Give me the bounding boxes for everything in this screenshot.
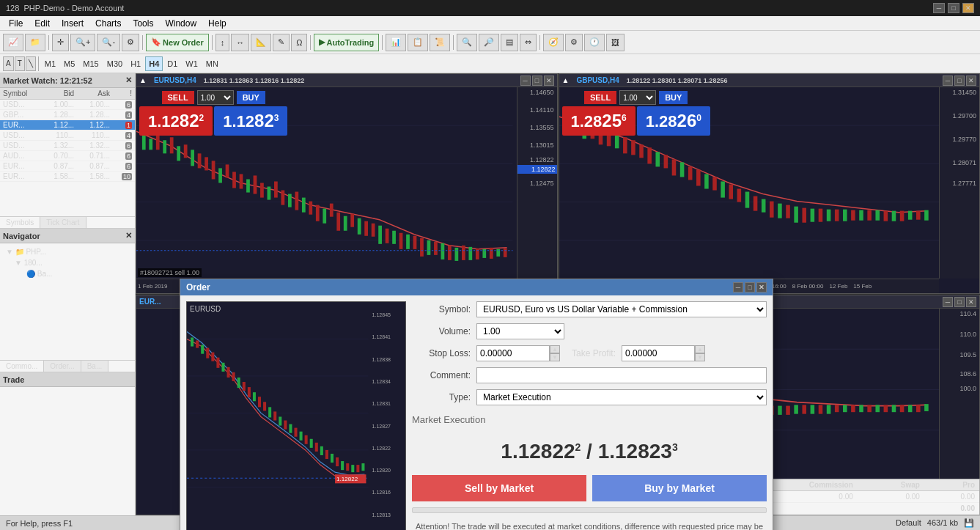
eurusd-restore[interactable]: □ <box>532 76 542 86</box>
period-h4[interactable]: H4 <box>145 56 163 71</box>
menu-edit[interactable]: Edit <box>29 16 56 30</box>
period-m5[interactable]: M5 <box>60 56 78 71</box>
period-h1[interactable]: H1 <box>127 56 144 71</box>
clock-button[interactable]: 🕐 <box>584 34 605 51</box>
new-chart-button[interactable]: 📈 <box>3 34 23 51</box>
tool-3[interactable]: 📐 <box>251 34 271 51</box>
market-watch-row[interactable]: AUD... 0.70... 0.71... 6 <box>0 151 135 161</box>
eurusd-sell-price[interactable]: 1.12822 <box>139 106 213 136</box>
gbpusd-restore[interactable]: □ <box>954 76 965 86</box>
tab-order[interactable]: Order... <box>44 361 81 372</box>
menu-window[interactable]: Window <box>159 16 202 30</box>
period-w1[interactable]: W1 <box>182 56 202 71</box>
navigator-close[interactable]: ✕ <box>125 231 132 240</box>
type-select[interactable]: Market Execution <box>476 389 767 405</box>
screenshot-button[interactable]: 🖼 <box>606 34 625 51</box>
script-button[interactable]: 📜 <box>430 34 450 51</box>
eurusd-sell-button[interactable]: SELL <box>162 91 194 104</box>
tool-2[interactable]: ↔ <box>231 34 249 51</box>
zoom-in-button[interactable]: 🔍+ <box>70 34 95 51</box>
open-button[interactable]: 📁 <box>25 34 45 51</box>
gbpusd-buy-button[interactable]: BUY <box>659 91 688 104</box>
gbpusd-minimize[interactable]: ─ <box>943 76 953 86</box>
nav-item-expert[interactable]: ▼ 180... <box>3 257 132 268</box>
market-watch-row[interactable]: EUR... 1.58... 1.58... 10 <box>0 172 135 182</box>
gbpusd-body[interactable]: SELL 1.00 BUY 1.28256 1.28260 <box>559 87 980 293</box>
symbol-select[interactable]: EURUSD, Euro vs US Dollar Variable + Com… <box>476 301 767 317</box>
tool-1[interactable]: ↕ <box>215 34 230 51</box>
tp-input[interactable]: 0.00000 <box>622 345 695 361</box>
nav-item-accounts[interactable]: ▼ 📁 PHP... <box>3 246 132 257</box>
gbpusd-close[interactable]: ✕ <box>966 76 976 86</box>
menu-insert[interactable]: Insert <box>56 16 89 30</box>
crosshair-button[interactable]: ✛ <box>52 34 69 51</box>
tab-symbols[interactable]: Symbols <box>0 217 40 228</box>
market-watch-row[interactable]: USD... 1.32... 1.32... 6 <box>0 141 135 151</box>
market-watch-close[interactable]: ✕ <box>125 76 132 85</box>
eurusd-volume-select[interactable]: 1.00 <box>197 90 234 105</box>
eurusd-buy-button[interactable]: BUY <box>237 91 265 104</box>
period-m15[interactable]: M15 <box>79 56 102 71</box>
menu-tools[interactable]: Tools <box>127 16 159 30</box>
nav-button[interactable]: 🧭 <box>543 34 564 51</box>
menu-help[interactable]: Help <box>202 16 232 30</box>
expert-button[interactable]: 📋 <box>408 34 428 51</box>
period-m1[interactable]: M1 <box>41 56 59 71</box>
period-mn[interactable]: MN <box>202 56 222 71</box>
sl-down[interactable]: ▼ <box>550 353 560 361</box>
indicator-button[interactable]: 📊 <box>386 34 406 51</box>
fit-button[interactable]: ▤ <box>501 34 518 51</box>
close-button[interactable]: ✕ <box>962 3 974 13</box>
tab-tick[interactable]: Tick Chart <box>40 217 86 228</box>
eurusd-close[interactable]: ✕ <box>544 76 554 86</box>
eurusd-buy-price[interactable]: 1.12823 <box>214 106 287 136</box>
market-watch-row[interactable]: USD... 110... 110... 4 <box>0 130 135 141</box>
comment-input[interactable] <box>476 367 767 383</box>
sl-up[interactable]: ▲ <box>550 345 560 353</box>
tp-down[interactable]: ▼ <box>695 353 705 361</box>
gbpusd-volume-select[interactable]: 1.00 <box>619 90 656 105</box>
usdjpy-restore[interactable]: □ <box>954 297 965 307</box>
zoom-out-2[interactable]: 🔎 <box>479 34 499 51</box>
eurusd-minimize[interactable]: ─ <box>520 76 531 86</box>
gbpusd-buy-price[interactable]: 1.28260 <box>637 106 710 136</box>
gbpusd-sell-button[interactable]: SELL <box>584 91 616 104</box>
autotrading-button[interactable]: ▶ AutoTrading <box>314 34 379 51</box>
market-watch-row[interactable]: EUR... 1.12... 1.12... 1 <box>0 120 135 130</box>
minimize-button[interactable]: ─ <box>933 3 945 13</box>
zoom-in-2[interactable]: 🔍 <box>457 34 477 51</box>
eurusd-body[interactable]: SELL 1.00 BUY 1.12822 1.12823 <box>136 87 557 293</box>
line-button[interactable]: ╲ <box>26 56 36 71</box>
dialog-maximize[interactable]: □ <box>745 282 755 292</box>
zoom-out-button[interactable]: 🔍- <box>97 34 120 51</box>
tab-ba[interactable]: Ba... <box>81 361 109 372</box>
scroll-button[interactable]: ⇔ <box>520 34 537 51</box>
period-d1[interactable]: D1 <box>163 56 181 71</box>
volume-select[interactable]: 1.00 <box>476 323 564 339</box>
market-watch-row[interactable]: USD... 1.00... 1.00... 6 <box>0 100 135 110</box>
market-watch-row[interactable]: GBP... 1.28... 1.28... 4 <box>0 110 135 120</box>
dialog-close[interactable]: ✕ <box>756 282 767 292</box>
dialog-minimize[interactable]: ─ <box>733 282 743 292</box>
text-button[interactable]: T <box>15 56 25 71</box>
buy-market-button[interactable]: Buy by Market <box>592 475 767 501</box>
settings-button[interactable]: ⚙ <box>565 34 583 51</box>
menu-charts[interactable]: Charts <box>89 16 127 30</box>
draw-button[interactable]: A <box>3 56 14 71</box>
sell-market-button[interactable]: Sell by Market <box>412 475 586 501</box>
menu-file[interactable]: File <box>3 16 29 30</box>
properties-button[interactable]: ⚙ <box>122 34 139 51</box>
tool-4[interactable]: ✎ <box>273 34 290 51</box>
tool-5[interactable]: Ω <box>291 34 307 51</box>
nav-item-indicators[interactable]: 🔵 Ba... <box>3 268 132 279</box>
tp-up[interactable]: ▲ <box>695 345 705 353</box>
period-m30[interactable]: M30 <box>103 56 126 71</box>
sl-input[interactable]: 0.00000 <box>476 345 550 361</box>
gbpusd-sell-price[interactable]: 1.28256 <box>562 106 635 136</box>
maximize-button[interactable]: □ <box>948 3 959 13</box>
market-watch-row[interactable]: EUR... 0.87... 0.87... 6 <box>0 161 135 172</box>
usdjpy-close[interactable]: ✕ <box>966 297 976 307</box>
tab-commo[interactable]: Commo... <box>0 361 44 372</box>
usdjpy-minimize[interactable]: ─ <box>943 297 953 307</box>
new-order-button[interactable]: 🔖 New Order <box>146 34 209 51</box>
